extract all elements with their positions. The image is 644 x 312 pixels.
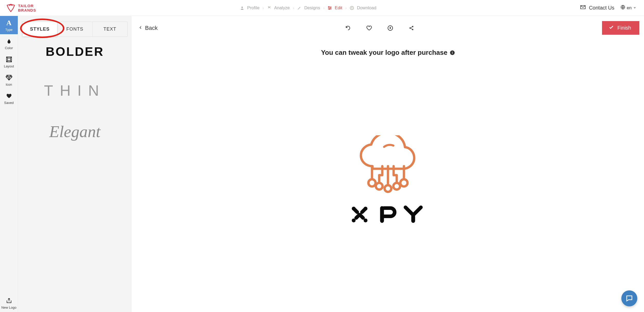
svg-rect-22: [411, 215, 415, 223]
chevron-right-icon: ›: [293, 6, 294, 10]
step-label: Designs: [304, 5, 320, 11]
finish-label: Finish: [617, 25, 631, 31]
lang-label: en: [627, 5, 632, 11]
step-analyze[interactable]: Analyze: [267, 5, 290, 11]
chat-fab[interactable]: [621, 290, 637, 306]
step-profile[interactable]: Profile: [240, 5, 259, 11]
brand-logo-text: TAILOR BRANDS: [18, 4, 36, 12]
svg-point-15: [393, 183, 400, 190]
svg-point-1: [328, 6, 329, 7]
download-button[interactable]: [387, 25, 393, 31]
svg-point-2: [331, 7, 331, 8]
step-edit[interactable]: Edit: [327, 5, 342, 11]
rail-type[interactable]: A Type: [0, 16, 18, 34]
dna-icon: [267, 6, 272, 10]
sliders-icon: [327, 6, 332, 10]
rail-label: New Logo: [1, 306, 16, 309]
svg-point-3: [329, 9, 330, 10]
contact-us-link[interactable]: Contact Us: [580, 4, 614, 11]
rail-label: Color: [5, 46, 13, 50]
language-selector[interactable]: en: [621, 5, 636, 11]
pencil-icon: [297, 6, 302, 10]
top-right: Contact Us en: [580, 4, 636, 11]
panel-tabs: STYLES FONTS TEXT: [22, 22, 128, 37]
svg-point-10: [412, 26, 413, 27]
svg-point-11: [412, 29, 413, 30]
rail-label: Saved: [4, 101, 14, 105]
finish-button[interactable]: Finish: [602, 21, 639, 35]
chat-icon: [625, 295, 633, 302]
share-button[interactable]: [409, 25, 414, 31]
chevron-down-icon: [633, 5, 636, 11]
share-out-icon: [6, 297, 12, 304]
favorite-button[interactable]: [366, 25, 372, 31]
step-label: Edit: [335, 5, 342, 11]
rail-icon[interactable]: Icon: [0, 71, 18, 89]
canvas: Back Finish: [132, 16, 644, 312]
chevron-right-icon: ›: [323, 6, 325, 10]
type-icon: A: [6, 20, 12, 26]
tab-styles[interactable]: STYLES: [22, 22, 57, 37]
back-label: Back: [145, 25, 158, 31]
svg-point-14: [385, 185, 391, 192]
style-panel: STYLES FONTS TEXT BOLDER THIN Elegant: [18, 16, 132, 312]
rail-label: Icon: [6, 83, 12, 86]
chevron-right-icon: ›: [345, 6, 347, 10]
step-label: Download: [357, 5, 376, 11]
rail-saved[interactable]: Saved: [0, 89, 18, 107]
step-designs[interactable]: Designs: [297, 5, 320, 11]
rail-label: Layout: [4, 64, 14, 68]
rail-color[interactable]: Color: [0, 34, 18, 52]
tailor-logo-icon: [6, 3, 15, 13]
step-nav: Profile › Analyze › Designs › Edit ›: [36, 5, 580, 11]
back-button[interactable]: Back: [139, 25, 158, 31]
svg-point-16: [400, 179, 408, 186]
style-option-bolder[interactable]: BOLDER: [46, 44, 104, 59]
canvas-toolbar: Back Finish: [132, 16, 644, 37]
heart-icon: [6, 93, 12, 99]
mail-icon: [580, 4, 586, 11]
contact-label: Contact Us: [589, 5, 614, 11]
logo-brand-text: [349, 204, 427, 226]
rail-layout[interactable]: Layout: [0, 52, 18, 71]
undo-button[interactable]: [345, 25, 351, 31]
style-option-elegant[interactable]: Elegant: [49, 122, 100, 141]
topbar: TAILOR BRANDS Profile › Analyze › Design…: [0, 0, 644, 16]
svg-point-13: [376, 183, 383, 190]
cloud-tech-icon: [354, 135, 421, 197]
globe-icon: [621, 5, 625, 11]
user-icon: [240, 6, 244, 10]
rail-label: Type: [5, 28, 12, 32]
rail-new-logo[interactable]: New Logo: [0, 294, 18, 312]
style-option-thin[interactable]: THIN: [44, 82, 106, 99]
brand-logo[interactable]: TAILOR BRANDS: [6, 3, 36, 13]
download-icon: [350, 6, 354, 10]
step-label: Analyze: [274, 5, 290, 11]
layout-icon: [6, 56, 12, 63]
diamond-icon: [6, 74, 12, 81]
step-label: Profile: [247, 5, 259, 11]
svg-point-12: [368, 179, 376, 186]
svg-rect-7: [7, 58, 10, 61]
logo-preview: [132, 49, 644, 312]
tab-text[interactable]: TEXT: [92, 22, 127, 37]
chevron-right-icon: ›: [263, 6, 264, 10]
chevron-left-icon: [139, 25, 142, 31]
left-rail: A Type Color Layout Icon Saved: [0, 16, 18, 312]
droplet-icon: [6, 38, 12, 44]
tab-fonts[interactable]: FONTS: [57, 22, 92, 37]
svg-point-0: [242, 6, 243, 8]
check-icon: [609, 25, 614, 31]
step-download[interactable]: Download: [350, 5, 376, 11]
style-list: BOLDER THIN Elegant: [18, 37, 132, 149]
